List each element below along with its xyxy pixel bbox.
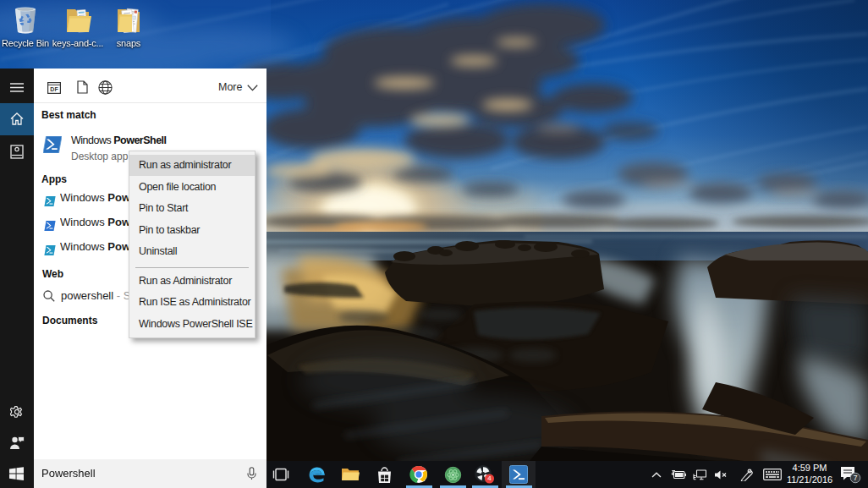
svg-text:7: 7 (854, 474, 858, 482)
svg-text:4: 4 (487, 474, 492, 482)
svg-text:DF: DF (50, 86, 58, 92)
